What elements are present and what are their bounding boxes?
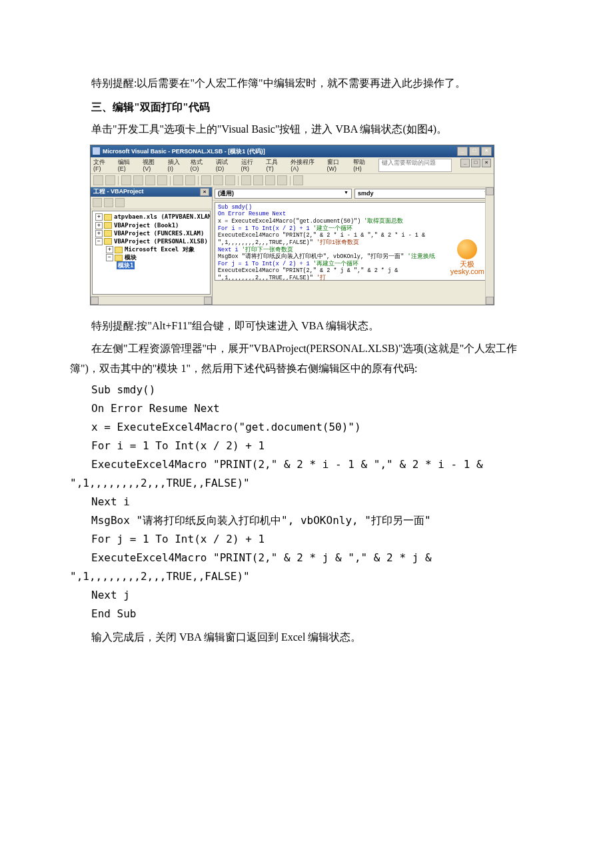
procedure-dropdown[interactable]: smdy ▼ <box>354 189 492 198</box>
procedure-dropdown-value: smdy <box>358 190 374 197</box>
project-explorer-title[interactable]: 工程 - VBAProject × <box>91 187 212 197</box>
tree-node[interactable]: Microsoft Excel 对象 <box>125 246 195 253</box>
toolbar-icon[interactable] <box>277 175 287 185</box>
toolbar-run-icon[interactable] <box>201 175 211 185</box>
paragraph-reminder-2: 特别提醒:按"Alt+F11"组合键，即可快速进入 VBA 编辑状态。 <box>70 316 543 336</box>
window-titlebar[interactable]: Microsoft Visual Basic - PERSONAL.XLSB -… <box>91 145 494 157</box>
menu-view[interactable]: 视图(V) <box>143 159 161 173</box>
project-explorer: 工程 - VBAProject × +atpvbaen.xls (ATPVBAE… <box>91 187 213 305</box>
project-explorer-label: 工程 - VBAProject <box>93 188 144 196</box>
menu-format[interactable]: 格式(O) <box>191 159 210 173</box>
workspace: 工程 - VBAProject × +atpvbaen.xls (ATPVBAE… <box>91 187 494 305</box>
panel-close-icon[interactable]: × <box>200 188 209 196</box>
tree-node-module1[interactable]: 模块1 <box>117 261 135 269</box>
paragraph-reminder-1: 特别提醒:以后需要在"个人宏工作簿"中编辑宏时，就不需要再进入此步操作了。 <box>70 73 543 93</box>
menu-window[interactable]: 窗口(W) <box>327 159 348 173</box>
paragraph-instruction: 在左侧"工程资源管理器"中，展开"VBAProject(PERSONAL.XLS… <box>70 339 543 378</box>
toolbar-separator <box>238 176 239 185</box>
window-title: Microsoft Visual Basic - PERSONAL.XLSB -… <box>103 148 457 155</box>
tree-node-personal[interactable]: VBAProject (PERSONAL.XLSB) <box>114 238 208 245</box>
project-tree[interactable]: +atpvbaen.xls (ATPVBAEN.XLAM) +VBAProjec… <box>92 211 211 295</box>
scroll-right-button[interactable] <box>204 297 212 305</box>
object-dropdown-value: (通用) <box>218 190 234 197</box>
code-line: Sub smdy() <box>70 381 543 399</box>
menu-debug[interactable]: 调试(D) <box>216 159 235 173</box>
code-line: For j = 1 To Int(x / 2) + 1 <box>70 530 543 549</box>
menu-tools[interactable]: 工具(T) <box>266 159 285 173</box>
scroll-down-button[interactable] <box>486 297 494 305</box>
code-line: Next j <box>70 586 543 605</box>
toolbar-separator <box>170 176 171 185</box>
menu-bar: 文件(F) 编辑(E) 视图(V) 插入(I) 格式(O) 调试(D) 运行(R… <box>91 157 494 175</box>
menu-file[interactable]: 文件(F) <box>93 159 112 173</box>
help-search-box[interactable]: 键入需要帮助的问题 <box>378 159 452 173</box>
maximize-button[interactable]: □ <box>469 147 480 156</box>
code-line: End Sub <box>70 605 543 623</box>
tree-node[interactable]: VBAProject (FUNCRES.XLAM) <box>114 230 204 237</box>
child-close-button[interactable]: × <box>482 159 491 167</box>
menu-addins[interactable]: 外接程序(A) <box>291 159 320 173</box>
child-minimize-button[interactable]: _ <box>460 159 470 167</box>
scrollbar-horizontal[interactable] <box>91 296 212 305</box>
toolbar-icon[interactable] <box>93 175 103 185</box>
code-line: ExecuteExcel4Macro "PRINT(2," & 2 * i - … <box>70 455 543 474</box>
tree-node-modules[interactable]: 模块 <box>125 254 137 261</box>
close-button[interactable]: × <box>481 147 492 156</box>
code-line: For i = 1 To Int(x / 2) + 1 <box>70 437 543 455</box>
toolbar-icon[interactable] <box>157 175 167 185</box>
toolbar-icon[interactable] <box>105 175 115 185</box>
code-line: x = ExecuteExcel4Macro("get.document(50)… <box>70 418 543 437</box>
watermark-logo-icon <box>457 239 477 259</box>
code-editor[interactable]: Sub smdy() On Error Resume Next x = Exec… <box>215 202 492 281</box>
toolbar-help-icon[interactable] <box>293 175 303 185</box>
code-pane: (通用) ▼ smdy ▼ Sub smdy() On Error Resume… <box>213 187 494 305</box>
tree-node[interactable]: atpvbaen.xls (ATPVBAEN.XLAM) <box>114 213 211 220</box>
code-line: MsgBox "请将打印纸反向装入打印机中", vbOKOnly, "打印另一面… <box>70 511 543 530</box>
code-line: On Error Resume Next <box>70 399 543 418</box>
toolbar-icon[interactable] <box>173 175 183 185</box>
object-dropdown[interactable]: (通用) ▼ <box>215 189 352 198</box>
toolbar-separator <box>198 176 199 185</box>
chevron-down-icon: ▼ <box>344 190 348 197</box>
toggle-folders-icon[interactable] <box>115 198 125 207</box>
scroll-up-button[interactable] <box>486 187 494 195</box>
menu-run[interactable]: 运行(R) <box>241 159 261 173</box>
view-object-icon[interactable] <box>104 198 113 207</box>
app-icon <box>93 147 100 155</box>
paragraph-intro: 单击"开发工具"选项卡上的"Visual Basic"按钮，进入 VBA 编辑状… <box>70 119 543 139</box>
toolbar-separator <box>118 176 119 185</box>
child-restore-button[interactable]: □ <box>471 159 480 167</box>
watermark-url: yesky.com <box>450 268 484 276</box>
document-page: 特别提醒:以后需要在"个人宏工作簿"中编辑宏时，就不需要再进入此步操作了。 三、… <box>0 0 613 690</box>
toolbar-icon[interactable] <box>265 175 275 185</box>
toolbar <box>91 174 494 187</box>
code-line-wrap: ",1,,,,,,,,2,,,TRUE,,FALSE)" <box>70 567 543 586</box>
toolbar-icon[interactable] <box>133 175 143 185</box>
menu-insert[interactable]: 插入(I) <box>168 159 185 173</box>
minimize-button[interactable]: _ <box>457 147 468 156</box>
code-line-wrap: ",1,,,,,,,,2,,,TRUE,,FALSE)" <box>70 474 543 493</box>
vba-editor-window: Microsoft Visual Basic - PERSONAL.XLSB -… <box>90 145 494 306</box>
toolbar-icon[interactable] <box>185 175 195 185</box>
scrollbar-vertical[interactable] <box>485 187 494 305</box>
toolbar-icon[interactable] <box>121 175 131 185</box>
project-explorer-toolbar <box>91 197 212 209</box>
scroll-left-button[interactable] <box>91 297 99 305</box>
menu-help[interactable]: 帮助(H) <box>353 159 372 173</box>
toolbar-icon[interactable] <box>253 175 263 185</box>
heading-section-3: 三、编辑"双面打印"代码 <box>70 97 543 117</box>
tree-node[interactable]: VBAProject (Book1) <box>114 222 179 229</box>
toolbar-separator <box>290 176 291 185</box>
paragraph-close: 输入完成后，关闭 VBA 编辑窗口返回到 Excel 编辑状态。 <box>70 627 543 647</box>
toolbar-pause-icon[interactable] <box>213 175 223 185</box>
view-code-icon[interactable] <box>93 198 102 207</box>
code-line: ExecuteExcel4Macro "PRINT(2," & 2 * j & … <box>70 549 543 567</box>
code-line: Next i <box>70 493 543 511</box>
toolbar-stop-icon[interactable] <box>225 175 235 185</box>
vba-code-listing: Sub smdy() On Error Resume Next x = Exec… <box>70 381 543 623</box>
toolbar-icon[interactable] <box>241 175 251 185</box>
menu-edit[interactable]: 编辑(E) <box>118 159 137 173</box>
watermark: 天极 yesky.com <box>450 239 484 276</box>
toolbar-icon[interactable] <box>145 175 155 185</box>
